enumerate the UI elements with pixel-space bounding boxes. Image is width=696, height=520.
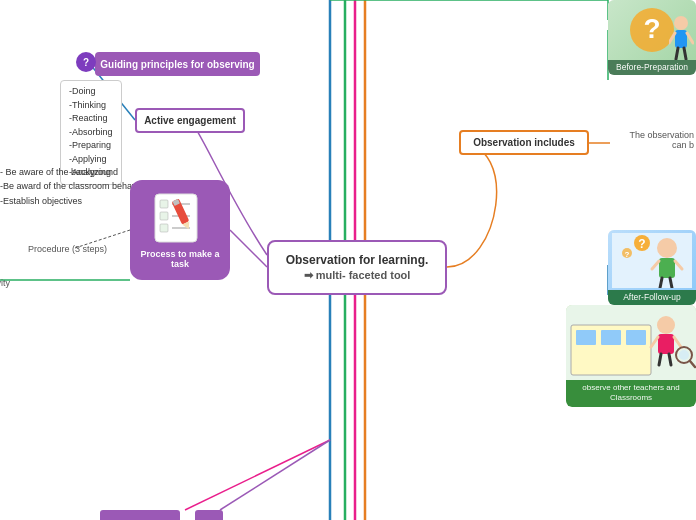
before-preparation-label: Before-Preparation [608, 60, 696, 75]
svg-rect-45 [576, 330, 596, 345]
before-preparation-box: ? Before-Preparation [608, 0, 696, 75]
the-observation-label: The observation can b [614, 130, 694, 150]
after-followup-card: ? ? After-Follow-up [608, 230, 696, 305]
svg-text:?: ? [625, 250, 630, 259]
mind-map-canvas: ? Guiding principles for observing -Doin… [0, 0, 696, 520]
svg-rect-46 [601, 330, 621, 345]
svg-line-52 [659, 354, 661, 365]
svg-line-29 [687, 33, 693, 43]
thinking-item-reacting: -Reacting [69, 112, 113, 126]
bottom-node-left [100, 510, 180, 520]
observation-includes-node[interactable]: Observation includes [459, 130, 589, 155]
thinking-item-preparing: -Preparing [69, 139, 113, 153]
aware-list: - Be aware of the background -Be award o… [0, 165, 147, 208]
svg-point-48 [657, 316, 675, 334]
observe-others-label: observe other teachers and Classrooms [566, 380, 696, 407]
guiding-icon: ? [76, 52, 96, 72]
bottom-node-right [195, 510, 223, 520]
svg-line-37 [660, 278, 662, 288]
activity-label: tivity [0, 278, 10, 288]
svg-line-31 [684, 48, 686, 59]
svg-rect-49 [658, 334, 674, 354]
after-followup-box: ? ? After-Follow-up [608, 230, 696, 305]
observe-others-box: observe other teachers and Classrooms [566, 305, 696, 407]
before-preparation-image: ? [608, 0, 696, 60]
svg-line-28 [669, 33, 675, 43]
thinking-item-doing: -Doing [69, 85, 113, 99]
svg-line-53 [669, 354, 671, 365]
active-engagement-node[interactable]: Active engagement [135, 108, 245, 133]
observe-others-card: observe other teachers and Classrooms [566, 305, 696, 407]
figure-svg [669, 15, 694, 60]
svg-rect-32 [612, 233, 692, 288]
svg-rect-19 [160, 224, 168, 232]
checklist-icon [150, 192, 210, 247]
svg-text:?: ? [638, 237, 645, 251]
svg-point-33 [657, 238, 677, 258]
thinking-item-thinking: -Thinking [69, 99, 113, 113]
svg-rect-15 [160, 200, 168, 208]
svg-line-30 [676, 48, 678, 59]
svg-text:?: ? [643, 13, 660, 44]
after-followup-label: After-Follow-up [608, 290, 696, 305]
central-observation-node[interactable]: Observation for learning. ➡ multi- facet… [267, 240, 447, 295]
svg-line-10 [185, 440, 330, 510]
after-followup-svg: ? ? [612, 233, 692, 288]
svg-line-11 [220, 440, 330, 510]
procedure-label: Procedure (3 steps) [28, 244, 107, 254]
thinking-item-absorbing: -Absorbing [69, 126, 113, 140]
observe-others-svg [566, 305, 696, 380]
svg-rect-34 [659, 258, 675, 278]
thinking-item-applying: -Applying [69, 153, 113, 167]
svg-point-55 [679, 350, 689, 360]
observe-others-image [566, 305, 696, 380]
before-preparation-card: ? Before-Preparation [608, 0, 696, 75]
svg-rect-17 [160, 212, 168, 220]
svg-rect-27 [675, 30, 687, 48]
svg-rect-47 [626, 330, 646, 345]
svg-point-26 [674, 16, 688, 30]
process-task-node[interactable]: Process to make a task [130, 180, 230, 280]
svg-line-38 [670, 278, 672, 288]
guiding-principles-node[interactable]: Guiding principles for observing [95, 52, 260, 76]
after-followup-image: ? ? [608, 230, 696, 290]
